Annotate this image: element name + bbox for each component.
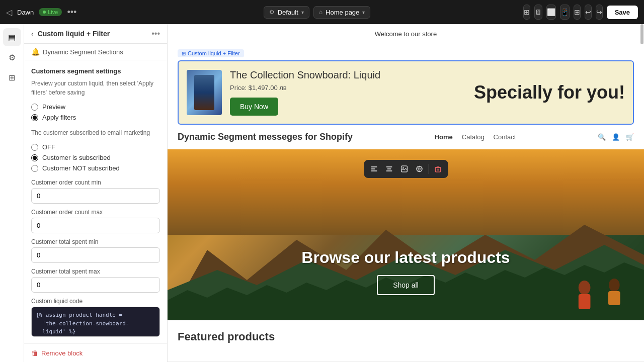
featured-section: Featured products [168,320,644,361]
svg-rect-9 [371,170,377,171]
redo-button[interactable]: ↪ [596,5,603,20]
panel-title: Custom liquid + Filter [38,30,148,38]
scroll-thumb [640,24,643,44]
banner-label: ⊞ Custom liquid + Filter [178,49,244,57]
off-radio-input[interactable] [31,144,38,151]
settings-panel: ‹ Custom liquid + Filter ••• 🔔 Dynamic S… [24,24,168,362]
nav-row: Dynamic Segment messeges for Shopify Hom… [168,125,644,149]
toolbar-link-btn[interactable] [412,162,426,176]
toolbar-delete-btn[interactable] [431,162,445,176]
panel-sub-header: 🔔 Dynamic Segment Sections [24,44,167,60]
tablet-icon-btn[interactable]: ⬜ [546,5,556,20]
order-count-min-input[interactable] [31,188,160,204]
svg-point-5 [609,279,620,292]
apply-filters-radio-input[interactable] [31,114,38,121]
product-image-inner [194,75,214,110]
order-count-min-label: Customer order count min [31,179,160,186]
panel-more-button[interactable]: ••• [151,29,160,38]
sidebar-layers-btn[interactable]: ▤ [3,28,21,46]
canvas-area: Welcome to our store ⊞ Custom liquid + F… [168,24,644,362]
store-title-label: Welcome to our store [375,30,437,38]
remove-block-button[interactable]: 🗑 Remove block [24,343,167,362]
subscribed-radio-label: Customer is subscribed [42,154,111,161]
sections-icon-btn[interactable]: ⊞ [523,5,530,20]
total-spent-max-input[interactable] [31,277,160,293]
sidebar-settings-btn[interactable]: ⚙ [3,48,21,66]
total-spent-max-label: Customer total spent max [31,268,160,275]
panel-header: ‹ Custom liquid + Filter ••• [24,24,167,44]
sidebar-apps-btn[interactable]: ⊞ [3,68,21,86]
off-radio-item[interactable]: OFF [31,143,160,151]
apply-filters-radio-item[interactable]: Apply filters [31,114,160,121]
product-price: Price: $1,497.00 лв [230,84,466,92]
code-area-wrapper: {% assign product_handle = 'the-collecti… [31,307,160,337]
custom-icon-btn[interactable]: ⊞ [574,5,581,20]
svg-rect-4 [579,294,591,309]
toolbar-divider [428,164,429,174]
product-banner: The Collection Snowboard: Liquid Price: … [178,60,634,125]
order-count-max-input[interactable] [31,218,160,233]
topbar-more-button[interactable]: ••• [67,7,76,18]
panel-back-button[interactable]: ‹ [31,30,34,38]
preview-radio-input[interactable] [31,104,38,111]
off-radio-label: OFF [42,143,55,151]
subscription-radio-group: OFF Customer is subscribed Customer NOT … [31,143,160,172]
not-subscribed-radio-input[interactable] [31,165,38,172]
svg-rect-17 [435,167,440,172]
hero-text: Browse our latest products [301,248,510,267]
product-slogan: Specially for you! [474,82,625,103]
scroll-handle [640,24,644,362]
svg-rect-12 [386,170,392,171]
live-dot [43,11,46,14]
buy-now-button[interactable]: Buy Now [230,98,278,116]
back-icon[interactable]: ◁ [6,8,12,17]
not-subscribed-radio-item[interactable]: Customer NOT subscribed [31,164,160,172]
top-bar-right: ⊞ 🖥 ⬜ 📱 ⊞ ↩ ↪ Save [527,5,638,20]
floating-toolbar [364,160,448,178]
subscribed-radio-item[interactable]: Customer is subscribed [31,154,160,161]
top-bar-center: ⚙ Default ▾ ⌂ Home page ▾ [113,6,521,19]
toolbar-image-btn[interactable] [397,162,411,176]
trash-icon: 🗑 [31,349,38,357]
shop-all-button[interactable]: Shop all [377,275,435,295]
nav-icons: 🔍 👤 🛒 [598,133,634,141]
subscribed-radio-input[interactable] [31,154,38,161]
nav-catalog[interactable]: Catalog [462,133,485,141]
product-info: The Collection Snowboard: Liquid Price: … [230,69,466,116]
dynamic-subtitle: Dynamic Segment messeges for Shopify [178,132,353,142]
remove-block-label: Remove block [41,349,83,357]
cart-icon[interactable]: 🛒 [626,133,634,141]
nav-contact[interactable]: Contact [494,133,516,141]
toolbar-align-center-btn[interactable] [382,162,396,176]
order-count-max-label: Customer order count max [31,209,160,216]
icon-sidebar: ▤ ⚙ ⊞ [0,24,24,362]
segment-icon: 🔔 [31,48,40,56]
canvas-scroll[interactable]: ⊞ Custom liquid + Filter The Collection … [168,44,644,362]
toolbar-align-left-btn[interactable] [367,162,381,176]
live-badge: Live [39,8,62,16]
default-select[interactable]: ⚙ Default ▾ [264,6,309,19]
top-bar: ◁ Dawn Live ••• ⚙ Default ▾ ⌂ Home page … [0,0,644,24]
subscription-description: The customer subscribed to email marketi… [31,128,160,137]
total-spent-min-input[interactable] [31,247,160,263]
undo-button[interactable]: ↩ [585,5,592,20]
person-icon[interactable]: 👤 [612,133,620,141]
store-preview: ⊞ Custom liquid + Filter The Collection … [168,44,644,361]
preview-radio-item[interactable]: Preview [31,103,160,111]
product-image [187,70,222,115]
apply-filters-radio-label: Apply filters [42,114,76,121]
featured-title: Featured products [178,330,634,343]
desktop-icon-btn[interactable]: 🖥 [534,5,542,20]
mobile-icon-btn[interactable]: 📱 [560,5,570,20]
search-icon[interactable]: 🔍 [598,133,606,141]
nav-home[interactable]: Home [435,133,453,141]
main-layout: ▤ ⚙ ⊞ ‹ Custom liquid + Filter ••• 🔔 Dyn… [0,24,644,362]
svg-rect-10 [386,166,392,167]
store-name: Dawn [17,9,34,16]
section-title: Customers segment settings [31,67,160,75]
homepage-select[interactable]: ⌂ Home page ▾ [313,6,370,19]
svg-rect-8 [371,168,375,169]
save-button[interactable]: Save [607,6,638,19]
panel-body: Customers segment settings Preview your … [24,60,167,343]
code-textarea[interactable]: {% assign product_handle = 'the-collecti… [32,307,159,336]
